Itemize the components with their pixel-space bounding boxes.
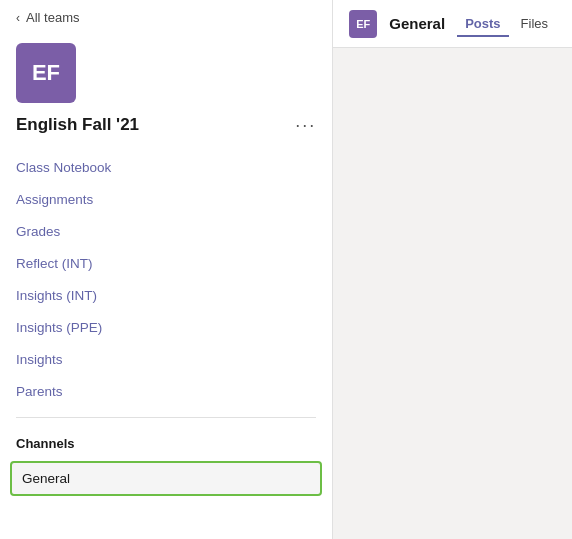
channel-title: General [389, 15, 445, 32]
nav-item-grades[interactable]: Grades [16, 224, 60, 239]
tab-posts[interactable]: Posts [457, 12, 508, 35]
nav-item-insights-ppe[interactable]: Insights (PPE) [16, 320, 102, 335]
channel-avatar-text: EF [356, 18, 370, 30]
nav-item-class-notebook[interactable]: Class Notebook [16, 160, 111, 175]
tab-files[interactable]: Files [513, 12, 556, 35]
back-arrow-icon: ‹ [16, 11, 20, 25]
channel-avatar: EF [349, 10, 377, 38]
team-name-row: English Fall '21 ··· [0, 115, 332, 135]
divider [16, 417, 316, 418]
tab-list: PostsFiles [457, 12, 556, 35]
nav-item-assignments[interactable]: Assignments [16, 192, 93, 207]
channels-label: Channels [0, 428, 332, 457]
more-options-button[interactable]: ··· [295, 116, 316, 134]
nav-list: Class NotebookAssignmentsGradesReflect (… [0, 151, 332, 407]
nav-item-insights-int[interactable]: Insights (INT) [16, 288, 97, 303]
right-panel: EF General PostsFiles [333, 0, 572, 539]
left-panel: ‹ All teams EF English Fall '21 ··· Clas… [0, 0, 333, 539]
team-avatar: EF [16, 43, 76, 103]
back-label: All teams [26, 10, 79, 25]
right-header: EF General PostsFiles [333, 0, 572, 48]
back-link[interactable]: ‹ All teams [0, 0, 332, 35]
general-channel-item[interactable]: General [10, 461, 322, 496]
nav-item-parents[interactable]: Parents [16, 384, 63, 399]
team-avatar-text: EF [32, 60, 60, 86]
nav-item-insights[interactable]: Insights [16, 352, 63, 367]
team-name: English Fall '21 [16, 115, 139, 135]
right-content [333, 48, 572, 539]
nav-item-reflect-int[interactable]: Reflect (INT) [16, 256, 93, 271]
